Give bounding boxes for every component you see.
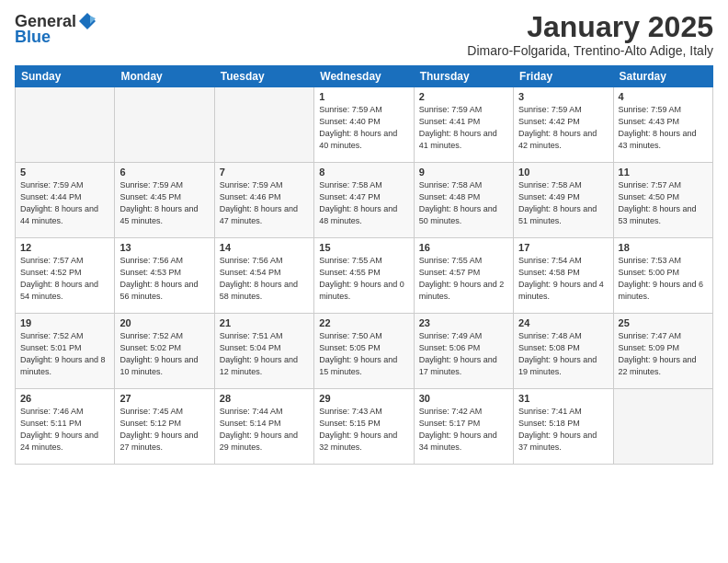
day-info: Sunrise: 7:41 AMSunset: 5:18 PMDaylight:… (518, 406, 608, 454)
calendar-cell: 20Sunrise: 7:52 AMSunset: 5:02 PMDayligh… (115, 314, 214, 389)
day-info: Sunrise: 7:56 AMSunset: 4:54 PMDaylight:… (220, 255, 309, 303)
day-info: Sunrise: 7:47 AMSunset: 5:09 PMDaylight:… (619, 330, 708, 378)
calendar-cell: 25Sunrise: 7:47 AMSunset: 5:09 PMDayligh… (613, 314, 712, 389)
week-row-2: 5Sunrise: 7:59 AMSunset: 4:44 PMDaylight… (16, 163, 713, 238)
week-row-4: 19Sunrise: 7:52 AMSunset: 5:01 PMDayligh… (16, 314, 713, 389)
day-number: 3 (518, 91, 608, 102)
calendar-cell: 28Sunrise: 7:44 AMSunset: 5:14 PMDayligh… (214, 389, 313, 465)
calendar-cell: 2Sunrise: 7:59 AMSunset: 4:41 PMDaylight… (414, 87, 513, 163)
weekday-header-saturday: Saturday (613, 66, 712, 87)
calendar-cell: 31Sunrise: 7:41 AMSunset: 5:18 PMDayligh… (514, 389, 613, 465)
weekday-header-friday: Friday (514, 66, 613, 87)
day-info: Sunrise: 7:46 AMSunset: 5:11 PMDaylight:… (20, 406, 109, 454)
day-number: 8 (319, 167, 408, 178)
day-info: Sunrise: 7:59 AMSunset: 4:46 PMDaylight:… (220, 179, 309, 227)
calendar-cell: 12Sunrise: 7:57 AMSunset: 4:52 PMDayligh… (16, 238, 115, 314)
calendar-cell: 17Sunrise: 7:54 AMSunset: 4:58 PMDayligh… (514, 238, 613, 314)
calendar-cell: 30Sunrise: 7:42 AMSunset: 5:17 PMDayligh… (414, 389, 513, 465)
calendar-cell: 8Sunrise: 7:58 AMSunset: 4:47 PMDaylight… (314, 163, 414, 238)
day-info: Sunrise: 7:43 AMSunset: 5:15 PMDaylight:… (319, 406, 408, 454)
day-number: 14 (220, 242, 309, 253)
svg-marker-0 (79, 13, 96, 29)
calendar-cell: 10Sunrise: 7:58 AMSunset: 4:49 PMDayligh… (514, 163, 613, 238)
day-info: Sunrise: 7:58 AMSunset: 4:49 PMDaylight:… (518, 179, 608, 227)
day-number: 18 (619, 242, 708, 253)
day-number: 5 (20, 167, 109, 178)
weekday-header-tuesday: Tuesday (214, 66, 313, 87)
header: General Blue January 2025 Dimaro-Folgari… (15, 11, 713, 58)
day-info: Sunrise: 7:59 AMSunset: 4:43 PMDaylight:… (619, 104, 708, 152)
day-info: Sunrise: 7:55 AMSunset: 4:55 PMDaylight:… (319, 255, 408, 303)
day-number: 16 (419, 242, 508, 253)
day-info: Sunrise: 7:57 AMSunset: 4:50 PMDaylight:… (619, 179, 708, 227)
calendar-cell (115, 87, 214, 163)
weekday-header-thursday: Thursday (414, 66, 513, 87)
calendar-cell: 1Sunrise: 7:59 AMSunset: 4:40 PMDaylight… (314, 87, 414, 163)
calendar-cell (16, 87, 115, 163)
calendar-cell: 21Sunrise: 7:51 AMSunset: 5:04 PMDayligh… (214, 314, 313, 389)
day-number: 22 (319, 317, 408, 328)
calendar-cell: 22Sunrise: 7:50 AMSunset: 5:05 PMDayligh… (314, 314, 414, 389)
day-info: Sunrise: 7:55 AMSunset: 4:57 PMDaylight:… (419, 255, 508, 303)
day-info: Sunrise: 7:58 AMSunset: 4:48 PMDaylight:… (419, 179, 508, 227)
day-number: 15 (319, 242, 408, 253)
day-number: 27 (119, 393, 209, 404)
day-number: 2 (419, 91, 508, 102)
day-info: Sunrise: 7:57 AMSunset: 4:52 PMDaylight:… (20, 255, 109, 303)
day-number: 4 (619, 91, 708, 102)
calendar-cell: 26Sunrise: 7:46 AMSunset: 5:11 PMDayligh… (16, 389, 115, 465)
calendar-cell: 16Sunrise: 7:55 AMSunset: 4:57 PMDayligh… (414, 238, 513, 314)
calendar-cell: 19Sunrise: 7:52 AMSunset: 5:01 PMDayligh… (16, 314, 115, 389)
calendar-cell (214, 87, 313, 163)
day-info: Sunrise: 7:59 AMSunset: 4:45 PMDaylight:… (119, 179, 209, 227)
day-info: Sunrise: 7:56 AMSunset: 4:53 PMDaylight:… (119, 255, 209, 303)
day-info: Sunrise: 7:59 AMSunset: 4:40 PMDaylight:… (319, 104, 408, 152)
day-info: Sunrise: 7:42 AMSunset: 5:17 PMDaylight:… (419, 406, 508, 454)
month-title: January 2025 (467, 11, 713, 43)
weekday-header-sunday: Sunday (16, 66, 115, 87)
calendar-cell: 23Sunrise: 7:49 AMSunset: 5:06 PMDayligh… (414, 314, 513, 389)
day-info: Sunrise: 7:51 AMSunset: 5:04 PMDaylight:… (220, 330, 309, 378)
day-number: 25 (619, 317, 708, 328)
calendar-cell: 18Sunrise: 7:53 AMSunset: 5:00 PMDayligh… (613, 238, 712, 314)
day-number: 9 (419, 167, 508, 178)
calendar-cell: 29Sunrise: 7:43 AMSunset: 5:15 PMDayligh… (314, 389, 414, 465)
day-number: 7 (220, 167, 309, 178)
day-number: 12 (20, 242, 109, 253)
day-number: 24 (518, 317, 608, 328)
day-number: 23 (419, 317, 508, 328)
day-number: 31 (518, 393, 608, 404)
calendar-cell: 27Sunrise: 7:45 AMSunset: 5:12 PMDayligh… (115, 389, 214, 465)
location-title: Dimaro-Folgarida, Trentino-Alto Adige, I… (467, 43, 713, 58)
day-info: Sunrise: 7:54 AMSunset: 4:58 PMDaylight:… (518, 255, 608, 303)
weekday-header-monday: Monday (115, 66, 214, 87)
calendar-cell: 14Sunrise: 7:56 AMSunset: 4:54 PMDayligh… (214, 238, 313, 314)
day-number: 30 (419, 393, 508, 404)
day-number: 17 (518, 242, 608, 253)
day-info: Sunrise: 7:50 AMSunset: 5:05 PMDaylight:… (319, 330, 408, 378)
week-row-1: 1Sunrise: 7:59 AMSunset: 4:40 PMDaylight… (16, 87, 713, 163)
calendar-cell: 5Sunrise: 7:59 AMSunset: 4:44 PMDaylight… (16, 163, 115, 238)
day-info: Sunrise: 7:44 AMSunset: 5:14 PMDaylight:… (220, 406, 309, 454)
calendar-cell: 9Sunrise: 7:58 AMSunset: 4:48 PMDaylight… (414, 163, 513, 238)
calendar-cell: 7Sunrise: 7:59 AMSunset: 4:46 PMDaylight… (214, 163, 313, 238)
day-info: Sunrise: 7:59 AMSunset: 4:42 PMDaylight:… (518, 104, 608, 152)
day-number: 19 (20, 317, 109, 328)
calendar-table: SundayMondayTuesdayWednesdayThursdayFrid… (15, 65, 713, 465)
weekday-header-wednesday: Wednesday (314, 66, 414, 87)
day-number: 29 (319, 393, 408, 404)
day-info: Sunrise: 7:52 AMSunset: 5:02 PMDaylight:… (119, 330, 209, 378)
calendar-header-row: SundayMondayTuesdayWednesdayThursdayFrid… (16, 66, 713, 87)
day-info: Sunrise: 7:49 AMSunset: 5:06 PMDaylight:… (419, 330, 508, 378)
calendar-cell: 11Sunrise: 7:57 AMSunset: 4:50 PMDayligh… (613, 163, 712, 238)
page: General Blue January 2025 Dimaro-Folgari… (0, 0, 728, 472)
logo: General Blue (15, 11, 98, 47)
day-number: 21 (220, 317, 309, 328)
calendar-cell: 15Sunrise: 7:55 AMSunset: 4:55 PMDayligh… (314, 238, 414, 314)
day-info: Sunrise: 7:59 AMSunset: 4:41 PMDaylight:… (419, 104, 508, 152)
day-info: Sunrise: 7:52 AMSunset: 5:01 PMDaylight:… (20, 330, 109, 378)
week-row-5: 26Sunrise: 7:46 AMSunset: 5:11 PMDayligh… (16, 389, 713, 465)
calendar-cell: 13Sunrise: 7:56 AMSunset: 4:53 PMDayligh… (115, 238, 214, 314)
day-info: Sunrise: 7:59 AMSunset: 4:44 PMDaylight:… (20, 179, 109, 227)
day-info: Sunrise: 7:58 AMSunset: 4:47 PMDaylight:… (319, 179, 408, 227)
